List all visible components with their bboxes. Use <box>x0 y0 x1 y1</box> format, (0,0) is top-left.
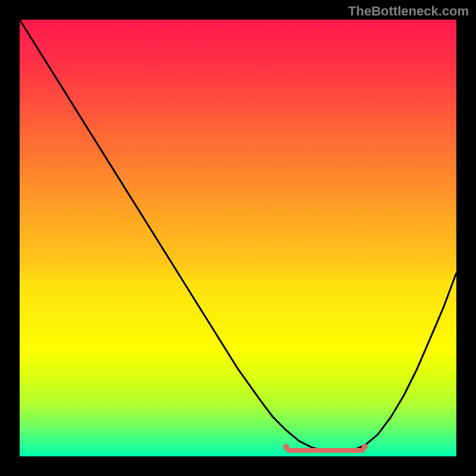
marker-dot-1 <box>362 444 368 450</box>
marker-dot-0 <box>283 444 289 450</box>
plot-area <box>20 20 456 456</box>
watermark-text: TheBottleneck.com <box>348 4 469 19</box>
highlight-segment <box>286 448 365 453</box>
gradient-background <box>20 20 456 456</box>
